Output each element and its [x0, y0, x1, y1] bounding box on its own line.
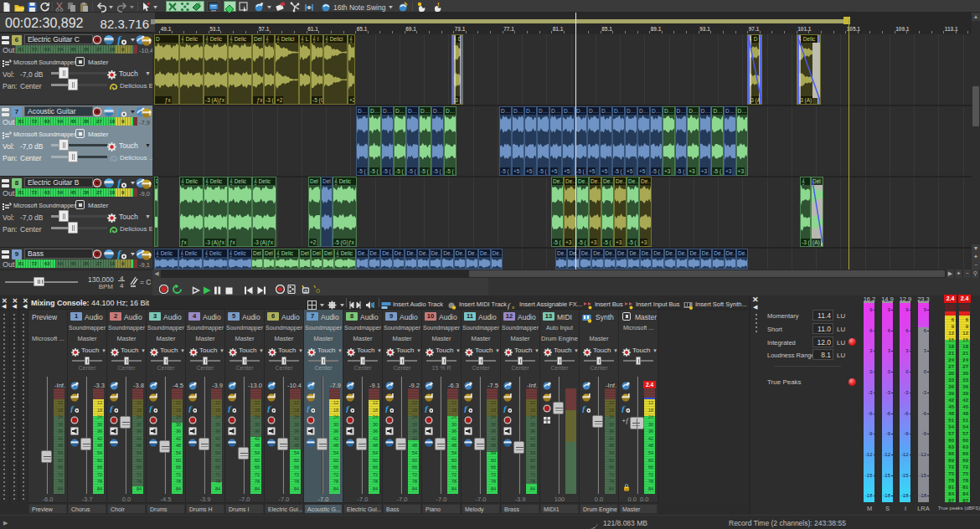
- svg-text:f: f: [582, 404, 586, 413]
- svg-text:f: f: [117, 34, 122, 45]
- svg-text:f: f: [70, 404, 75, 413]
- svg-text:f: f: [508, 301, 511, 310]
- svg-text:f: f: [228, 404, 232, 413]
- svg-text:!: !: [437, 2, 440, 8]
- svg-text:f: f: [117, 249, 122, 259]
- svg-text:!: !: [149, 37, 152, 45]
- svg-text:x: x: [511, 304, 515, 310]
- svg-text:f: f: [425, 404, 429, 413]
- svg-text:f: f: [117, 177, 122, 188]
- svg-text:a: a: [304, 288, 307, 294]
- svg-text:!: !: [149, 180, 152, 188]
- svg-text:f: f: [149, 404, 153, 413]
- svg-text:+f: +f: [622, 417, 629, 424]
- svg-text:f: f: [622, 404, 626, 413]
- svg-text:f: f: [503, 404, 508, 413]
- svg-text:f: f: [385, 404, 389, 413]
- svg-text:f: f: [117, 106, 122, 117]
- svg-text:!: !: [149, 109, 152, 117]
- svg-text:!: !: [149, 251, 152, 259]
- svg-text:f: f: [346, 404, 350, 413]
- svg-text:o: o: [316, 286, 320, 295]
- svg-text:f: f: [267, 404, 271, 413]
- svg-text:f: f: [188, 404, 193, 413]
- svg-text:f: f: [464, 404, 468, 413]
- svg-text:f: f: [110, 404, 114, 413]
- svg-text:f: f: [307, 404, 311, 413]
